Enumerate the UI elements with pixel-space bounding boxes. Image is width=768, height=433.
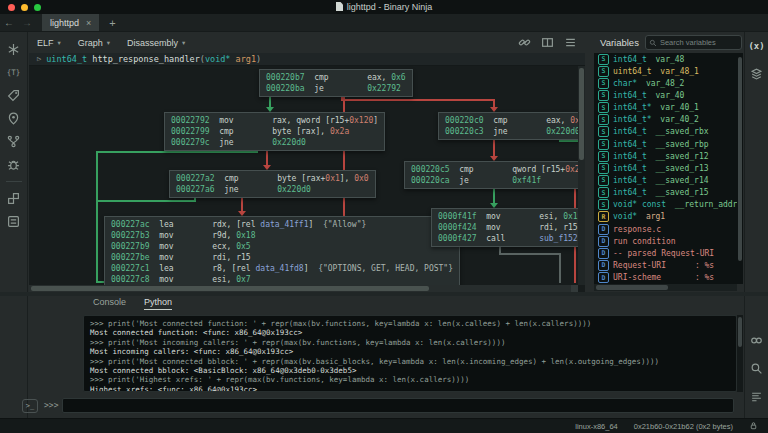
instruction-line[interactable]: 00022799 cmp byte [rax], 0x2a	[171, 126, 378, 137]
variable-row[interactable]: Sint64_t var_40	[594, 89, 737, 101]
instruction-line[interactable]: 00022792 mov rax, qword [r15+0x120]	[171, 115, 378, 126]
instruction-line[interactable]: 0002279c jne 0x220d0	[171, 137, 378, 148]
search-icon[interactable]	[749, 361, 764, 376]
variable-row[interactable]: Sint64_t var_48	[594, 53, 737, 65]
instruction-line[interactable]: 0000f427 call sub_f152	[438, 233, 578, 244]
variables-list[interactable]: Sint64_t var_48Suint64_t var_48_1Schar* …	[594, 53, 737, 284]
basic-block[interactable]: 000227a2 cmp byte [rax+0x1], 0x0000227a6…	[169, 170, 376, 198]
collapse-arrow-icon[interactable]: ▷	[37, 55, 41, 63]
variables-horizontal-scrollbar[interactable]	[594, 284, 737, 291]
variable-name[interactable]: var_40_2	[660, 115, 699, 124]
scrollbar-thumb[interactable]	[738, 57, 742, 261]
minimize-window-button[interactable]	[21, 4, 28, 11]
variable-row[interactable]: DRequest-URI : %s	[594, 259, 737, 271]
variable-name[interactable]: __saved_r13	[656, 164, 709, 173]
variable-name[interactable]: var_40_1	[660, 103, 699, 112]
graph-vertical-scrollbar[interactable]	[578, 66, 585, 285]
lock-icon[interactable]	[749, 421, 758, 432]
variable-row[interactable]: Svoid* const __return_addr	[594, 199, 737, 211]
basic-block[interactable]: 000220b7 cmp eax, 0x6000220ba je 0x22792	[259, 69, 413, 97]
scrollbar-thumb[interactable]	[738, 317, 742, 347]
instruction-line[interactable]: 000220b7 cmp eax, 0x6	[266, 72, 406, 83]
variable-row[interactable]: Sint64_t __saved_rbx	[594, 126, 737, 138]
instruction-line[interactable]: 000227c8 mov esi, 0x7	[111, 274, 453, 285]
variable-row[interactable]: Sint64_t __saved_r14	[594, 174, 737, 186]
variable-row[interactable]: D-- parsed Request-URI	[594, 247, 737, 259]
components-icon[interactable]	[6, 191, 21, 206]
variable-row[interactable]: Sint64_t __saved_r15	[594, 187, 737, 199]
variable-row[interactable]: Sint64_t* var_40_1	[594, 102, 737, 114]
terminal-icon[interactable]: >_	[22, 399, 38, 413]
link-icon[interactable]	[518, 36, 531, 49]
variable-row[interactable]: DURI-scheme : %s	[594, 272, 737, 284]
variable-row[interactable]: Schar* var_48_2	[594, 77, 737, 89]
function-signature-bar[interactable]: ▷ uint64_t http_response_handler(void* a…	[29, 53, 585, 66]
view-mode-menu[interactable]: Graph▾	[78, 38, 110, 48]
instruction-line[interactable]: 000227c1 lea r8, [rel data_41fd8] {"OPTI…	[111, 263, 453, 274]
graph-horizontal-scrollbar[interactable]	[29, 285, 578, 292]
variable-row[interactable]: Sint64_t* var_40_2	[594, 114, 737, 126]
outline-icon[interactable]	[6, 214, 21, 229]
instruction-line[interactable]: 000227a2 cmp byte [rax+0x1], 0x0	[176, 173, 369, 184]
basic-block[interactable]: 0000f41f mov esi, 0x1950000f424 mov rdi,…	[431, 208, 578, 247]
instruction-line[interactable]: 000220ba je 0x22792	[266, 83, 406, 94]
new-tab-button[interactable]: +	[109, 17, 115, 29]
variable-name[interactable]: var_48_2	[646, 79, 685, 88]
scrollbar-thumb[interactable]	[596, 285, 668, 290]
variable-name[interactable]: __return_addr	[675, 200, 737, 209]
binary-type-menu[interactable]: ELF▾	[37, 38, 61, 48]
menu-icon[interactable]	[564, 36, 577, 49]
variable-name[interactable]: var_48	[656, 55, 685, 64]
list-icon[interactable]	[749, 389, 764, 404]
basic-block[interactable]: 000227ac lea rdx, [rel data_41ff1] {"All…	[104, 216, 460, 285]
instruction-line[interactable]: 000227b3 mov r9d, 0x18	[111, 230, 453, 241]
types-icon[interactable]: {T}	[6, 65, 21, 80]
basic-block[interactable]: 000220c0 cmp eax, 0x5000220c3 jne 0x220d…	[438, 112, 578, 140]
variable-row[interactable]: Sint64_t __saved_r13	[594, 162, 737, 174]
instruction-line[interactable]: 000227ac lea rdx, [rel data_41ff1] {"All…	[111, 219, 453, 230]
debugger-icon[interactable]	[6, 157, 21, 172]
variable-name[interactable]: URI-scheme : %s	[613, 273, 714, 282]
memory-icon[interactable]	[6, 111, 21, 126]
columns-icon[interactable]	[541, 36, 554, 49]
basic-block[interactable]: 000220c5 cmp qword [r15+0x20], 0x0000220…	[404, 161, 578, 189]
xvar-icon[interactable]: (x)	[749, 38, 764, 53]
zoom-window-button[interactable]	[34, 4, 41, 11]
tab-console[interactable]: Console	[93, 297, 126, 307]
scrollbar-thumb[interactable]	[579, 68, 584, 160]
variable-row[interactable]: Dresponse.c	[594, 223, 737, 235]
triage-icon[interactable]	[6, 134, 21, 149]
panel-splitter[interactable]	[0, 292, 768, 296]
instruction-line[interactable]: 000227a6 jne 0x220d0	[176, 184, 369, 195]
instruction-line[interactable]: 000220c3 jne 0x220d0	[445, 126, 578, 137]
variable-row[interactable]: Sint64_t __saved_rbp	[594, 138, 737, 150]
variable-name[interactable]: -- parsed Request-URI	[613, 249, 714, 258]
tab-python[interactable]: Python	[144, 297, 172, 310]
variable-name[interactable]: __saved_rbx	[656, 127, 709, 136]
variable-row[interactable]: Rvoid* arg1	[594, 211, 737, 223]
graph-canvas[interactable]: 000220b7 cmp eax, 0x6000220ba je 0x22792…	[29, 66, 578, 285]
variables-vertical-scrollbar[interactable]	[737, 53, 743, 284]
variable-name[interactable]: __saved_r14	[656, 176, 709, 185]
symbols-icon[interactable]	[6, 42, 21, 57]
variable-row[interactable]: Suint64_t var_48_1	[594, 65, 737, 77]
back-arrow-icon[interactable]: ←	[0, 17, 18, 28]
scrollbar-button[interactable]	[571, 285, 578, 292]
instruction-line[interactable]: 000220c5 cmp qword [r15+0x20], 0x0	[411, 164, 578, 175]
instruction-line[interactable]: 000227be mov rdi, r15	[111, 252, 453, 263]
variable-name[interactable]: response.c	[613, 225, 661, 234]
tab-lighttpd[interactable]: lighttpd ×	[42, 14, 99, 31]
il-level-menu[interactable]: Disassembly▾	[127, 38, 185, 48]
instruction-line[interactable]: 0000f41f mov esi, 0x195	[438, 211, 578, 222]
console-vertical-scrollbar[interactable]	[737, 315, 743, 392]
variable-name[interactable]: __saved_r12	[656, 152, 709, 161]
scrollbar-thumb[interactable]	[31, 286, 429, 291]
basic-block[interactable]: 00022792 mov rax, qword [r15+0x120]00022…	[164, 112, 385, 151]
loop-icon[interactable]	[749, 333, 764, 348]
variable-name[interactable]: __saved_r15	[656, 188, 709, 197]
instruction-line[interactable]: 000220ca je 0xf41f	[411, 175, 578, 186]
instruction-line[interactable]: 000220c0 cmp eax, 0x5	[445, 115, 578, 126]
variable-name[interactable]: var_40	[656, 91, 685, 100]
console-input[interactable]	[62, 398, 734, 413]
variable-name[interactable]: Request-URI : %s	[613, 261, 714, 270]
